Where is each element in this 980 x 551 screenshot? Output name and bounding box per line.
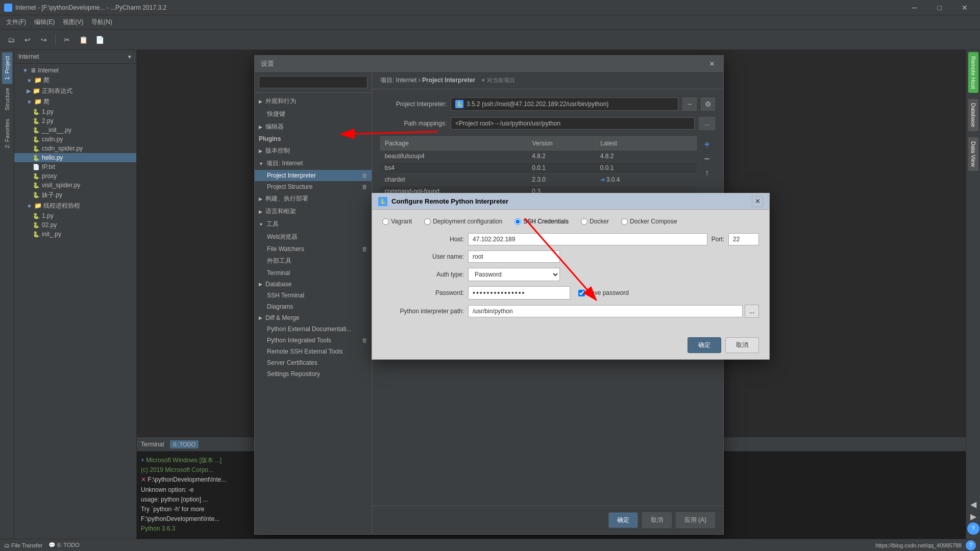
tree-hello[interactable]: 🐍 hello.py	[14, 153, 136, 162]
settings-cancel-btn[interactable]: 取消	[642, 512, 672, 528]
pi-path-dots-btn[interactable]: ...	[699, 117, 715, 130]
tree-1py[interactable]: 🐍 1.py	[14, 107, 136, 116]
database-tab[interactable]: Database	[968, 99, 978, 131]
tree-threads[interactable]: ▼ 📁 线程进程协程	[14, 201, 136, 211]
toolbar-btn-4[interactable]: ✂	[60, 33, 74, 47]
interpreter-gear-btn[interactable]: ⚙	[701, 97, 715, 111]
tree-terminal[interactable]: Terminal	[255, 267, 372, 279]
tree-pa2[interactable]: ▼ 📁 爬	[14, 96, 136, 107]
tree-editor[interactable]: 编辑器	[255, 120, 372, 133]
toolbar-btn-5[interactable]: 📋	[76, 33, 90, 47]
tree-plugins[interactable]: Plugins	[255, 133, 372, 144]
tree-ssh-terminal[interactable]: SSH Terminal	[255, 290, 372, 301]
password-input[interactable]	[468, 286, 570, 299]
toolbar-btn-6[interactable]: 📄	[92, 33, 107, 47]
tree-csdn[interactable]: 🐍 csdn.py	[14, 135, 136, 144]
data-view-tab[interactable]: Data View	[968, 137, 978, 171]
fw-delete-icon[interactable]: 🗑	[362, 246, 368, 252]
table-row[interactable]: bs40.0.10.0.1	[381, 162, 697, 174]
settings-apply-btn[interactable]: 应用 (A)	[676, 512, 715, 528]
radio-vagrant-input[interactable]	[382, 218, 389, 225]
tree-vcs[interactable]: 版本控制	[255, 144, 372, 157]
save-password-checkbox[interactable]	[578, 290, 585, 296]
python-path-input[interactable]	[468, 305, 743, 317]
tree-external-tools[interactable]: 外部工具	[255, 255, 372, 267]
tree-py-integrated-tools[interactable]: Python Integrated Tools 🗑	[255, 335, 372, 346]
tree-t1py[interactable]: 🐍 1.py	[14, 211, 136, 220]
menu-view[interactable]: 视图(V)	[59, 16, 87, 29]
minimize-btn[interactable]: ─	[903, 0, 926, 15]
toolbar-btn-2[interactable]: ↩	[20, 33, 35, 47]
tree-diagrams[interactable]: Diagrams	[255, 301, 372, 312]
tree-project-structure[interactable]: Project Structure 🗑	[255, 181, 372, 192]
add-package-btn[interactable]: +	[701, 138, 713, 151]
tree-meizi[interactable]: 🐍 妹子.py	[14, 190, 136, 201]
remote-close-btn[interactable]: ✕	[752, 196, 763, 207]
tree-ip[interactable]: 📄 IP.txt	[14, 162, 136, 171]
tree-project-interpreter[interactable]: Project Interpreter 🗑	[255, 170, 372, 181]
project-dropdown[interactable]: ▼	[127, 54, 132, 60]
tab-project[interactable]: 1: Project	[2, 52, 12, 84]
tree-regex[interactable]: ▶ 📁 正则表达式	[14, 86, 136, 96]
tree-visit[interactable]: 🐍 visit_spider.py	[14, 181, 136, 190]
tree-project[interactable]: 项目: Internet	[255, 157, 372, 170]
auth-type-select[interactable]: Password Key pair	[468, 268, 560, 281]
radio-docker-compose[interactable]: Docker Compose	[621, 218, 677, 225]
menu-edit[interactable]: 编辑(E)	[30, 16, 59, 29]
menu-nav[interactable]: 导航(N)	[87, 16, 116, 29]
expand-right-btn[interactable]: ◀	[967, 498, 979, 510]
settings-close-btn[interactable]: ✕	[707, 59, 717, 69]
tree-lang[interactable]: 语言和框架	[255, 205, 372, 218]
remote-cancel-btn[interactable]: 取消	[725, 337, 759, 353]
tree-filewatcher[interactable]: File Watchers 🗑	[255, 243, 372, 255]
todo-tab[interactable]: 6: TODO	[170, 440, 199, 448]
todo-status[interactable]: 💬 6: TODO	[48, 542, 80, 548]
port-input[interactable]	[728, 233, 759, 245]
tab-favorites[interactable]: 2: Favorites	[2, 115, 12, 152]
tree-settings-repo[interactable]: Settings Repository	[255, 368, 372, 380]
tree-py-ext-doc[interactable]: Python External Documentati...	[255, 323, 372, 335]
radio-docker-input[interactable]	[581, 218, 587, 225]
tree-t02py[interactable]: 🐍 02.py	[14, 220, 136, 230]
radio-docker[interactable]: Docker	[581, 218, 609, 225]
pi-delete-icon[interactable]: 🗑	[362, 172, 368, 179]
table-row[interactable]: beautifulsoup44.8.24.8.2	[381, 151, 697, 162]
tree-init[interactable]: 🐍 __init__.py	[14, 126, 136, 135]
tree-database[interactable]: Database	[255, 279, 372, 290]
table-row[interactable]: chardet2.3.0➜ 3.0.4	[381, 174, 697, 186]
tab-structure[interactable]: Structure	[2, 84, 12, 115]
radio-docker-compose-input[interactable]	[621, 218, 628, 225]
python-path-dots-btn[interactable]: ...	[745, 305, 759, 318]
settings-ok-btn[interactable]: 确定	[608, 512, 638, 528]
settings-search-input[interactable]	[259, 76, 368, 88]
close-btn[interactable]: ✕	[953, 0, 976, 15]
tree-remote-ssh-tools[interactable]: Remote SSH External Tools	[255, 346, 372, 357]
tree-build[interactable]: 构建、执行部署	[255, 192, 372, 205]
radio-ssh[interactable]: SSH Credentials	[514, 218, 569, 225]
file-transfer-btn[interactable]: 🗂 File Transfer	[4, 542, 42, 548]
radio-deployment-input[interactable]	[424, 218, 431, 225]
maximize-btn[interactable]: □	[928, 0, 951, 15]
upgrade-package-btn[interactable]: ↑	[701, 167, 713, 179]
remote-host-tab[interactable]: Remote Host	[968, 52, 978, 93]
remove-package-btn[interactable]: −	[701, 153, 713, 165]
toolbar-btn-3[interactable]: ↪	[37, 33, 51, 47]
menu-file[interactable]: 文件(F)	[2, 16, 30, 29]
host-input[interactable]	[468, 233, 707, 245]
ps-delete-icon[interactable]: 🗑	[362, 184, 368, 190]
help-btn[interactable]: ?	[966, 540, 976, 550]
tree-appearance[interactable]: 外观和行为	[255, 95, 372, 108]
username-input[interactable]	[468, 251, 560, 263]
tree-2py[interactable]: 🐍 2.py	[14, 116, 136, 126]
tree-csdn-spider[interactable]: 🐍 csdn_spider.py	[14, 144, 136, 153]
interpreter-minus-btn[interactable]: −	[682, 97, 697, 111]
radio-vagrant[interactable]: Vagrant	[382, 218, 412, 225]
tree-diff[interactable]: Diff & Merge	[255, 312, 372, 323]
save-password-label[interactable]: Save password	[578, 289, 629, 296]
pit-delete-icon[interactable]: 🗑	[362, 337, 368, 343]
tree-tinit[interactable]: 🐍 init_.py	[14, 230, 136, 239]
radio-ssh-input[interactable]	[514, 218, 521, 225]
tree-pa1[interactable]: ▼ 📁 爬	[14, 75, 136, 86]
tree-proxy[interactable]: 🐍 proxy	[14, 171, 136, 181]
tree-shortcuts[interactable]: 快捷键	[255, 108, 372, 120]
